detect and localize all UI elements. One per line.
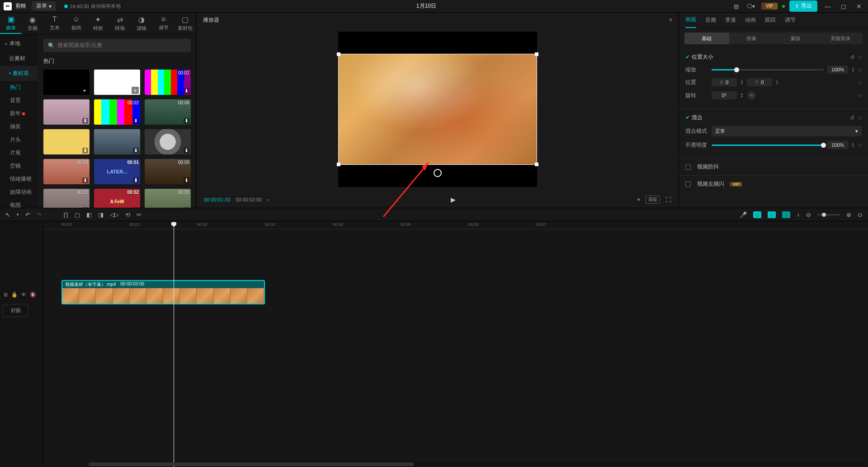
subtab-mask[interactable]: 蒙版 — [774, 33, 818, 44]
undo-icon[interactable]: ↶ — [25, 211, 30, 218]
scale-slider[interactable] — [712, 69, 824, 70]
thumb-item[interactable]: LATER...00:01⬇ — [94, 159, 140, 184]
snapshot-icon[interactable]: ⌖ — [637, 196, 640, 203]
props-tab-speed[interactable]: 变速 — [725, 13, 736, 28]
video-clip[interactable]: 视频素材（有字幕）.mp4 00:00:03:00 — [61, 280, 265, 304]
play-button[interactable]: ▶ — [451, 196, 456, 203]
track-toggle-2[interactable]: ⊡ — [768, 211, 776, 218]
opacity-spinner[interactable]: ▲▼ — [852, 143, 854, 148]
props-tab-track[interactable]: 跟踪 — [765, 13, 776, 28]
sidebar-local[interactable]: 本地 — [0, 36, 38, 51]
download-icon[interactable]: ⬇ — [133, 207, 139, 208]
fullscreen-icon[interactable]: ⛶ — [665, 196, 671, 203]
download-icon[interactable]: ⬇ — [82, 207, 88, 208]
resize-handle-tr[interactable] — [535, 52, 538, 56]
sidebar-emotion[interactable]: 情绪爆梗 — [0, 173, 38, 186]
track-visible-icon[interactable]: 👁 — [21, 292, 26, 298]
download-icon[interactable]: ⬇ — [184, 177, 189, 183]
thumb-item[interactable]: 00:05⬇ — [145, 189, 191, 208]
add-icon[interactable]: + — [81, 87, 88, 94]
crop-right-icon[interactable]: ◨ — [98, 211, 104, 218]
tab-audio[interactable]: ◉音频 — [22, 13, 43, 34]
download-icon[interactable]: ⬇ — [133, 148, 139, 154]
split-icon[interactable]: ∏ — [63, 211, 68, 218]
thumb-item[interactable]: ⬇ — [43, 99, 90, 125]
thumb-item[interactable]: ⬇ — [94, 129, 140, 154]
download-icon[interactable]: ⬇ — [133, 118, 139, 124]
tab-filter[interactable]: ◑滤镜 — [131, 13, 152, 34]
keyframe-icon[interactable]: ◇ — [858, 67, 862, 73]
check-icon[interactable]: ✔ — [685, 54, 690, 60]
sidebar-newyear[interactable]: 新年 — [0, 107, 38, 120]
select-tool-icon[interactable]: ↖ — [5, 211, 10, 218]
vip-badge[interactable]: VIP — [761, 3, 778, 9]
props-tab-anim[interactable]: 动画 — [745, 13, 756, 28]
ratio-button[interactable]: 适应 — [646, 196, 660, 204]
resize-handle-bl[interactable] — [337, 163, 340, 166]
scrollbar-thumb[interactable] — [89, 462, 414, 466]
mic-icon[interactable]: 🎤 — [740, 211, 747, 218]
thumb-item[interactable]: A FeW00:02⬇ — [94, 189, 140, 208]
opacity-slider[interactable] — [712, 145, 824, 146]
sidebar-glitch[interactable]: 故障动画 — [0, 186, 38, 199]
player-menu-icon[interactable]: ≡ — [669, 17, 672, 23]
player-stage[interactable] — [338, 32, 537, 187]
subtab-basic[interactable]: 基础 — [684, 33, 729, 44]
sidebar-background[interactable]: 背景 — [0, 94, 38, 107]
sidebar-intro[interactable]: 片头 — [0, 133, 38, 146]
rotate-handle[interactable] — [434, 169, 442, 177]
download-icon[interactable]: ⬇ — [184, 207, 189, 208]
sidebar-funny[interactable]: 搞笑 — [0, 120, 38, 133]
thumb-item[interactable]: ⬇ — [43, 129, 90, 154]
zoom-fit-icon[interactable]: ⊙ — [858, 211, 863, 218]
scale-value[interactable]: 100% — [827, 65, 848, 74]
stabilize-checkbox[interactable] — [685, 164, 691, 170]
pos-x-spinner[interactable]: ▲▼ — [741, 80, 743, 85]
blend-mode-select[interactable]: 正常 ▾ — [712, 126, 862, 136]
thumb-item[interactable]: 00:05⬇ — [145, 159, 191, 184]
timeline-body[interactable]: 00:00 00:01 00:02 00:03 00:04 00:05 00:0… — [43, 221, 868, 467]
timeline-ruler[interactable]: 00:00 00:01 00:02 00:03 00:04 00:05 00:0… — [43, 221, 868, 229]
delete-icon[interactable]: ▢ — [75, 211, 80, 218]
sidebar-library[interactable]: • 素材库 — [0, 66, 38, 81]
download-icon[interactable]: ⬇ — [82, 118, 88, 124]
props-tab-picture[interactable]: 画面 — [685, 12, 696, 28]
thumb-item[interactable]: + — [94, 70, 140, 95]
video-frame[interactable] — [338, 54, 537, 165]
thumb-item[interactable]: 00:02⬇ — [94, 99, 140, 125]
resize-handle-br[interactable] — [535, 163, 538, 166]
thumb-item[interactable]: + — [43, 70, 90, 95]
tab-sticker[interactable]: ☺贴纸 — [66, 13, 87, 34]
crop-left-icon[interactable]: ◧ — [86, 211, 92, 218]
menu-button[interactable]: 菜单 ▾ — [32, 1, 56, 11]
download-icon[interactable]: ⬇ — [184, 118, 189, 124]
mirror-icon[interactable]: ◁▷ — [110, 211, 119, 218]
download-icon[interactable]: ⬇ — [133, 177, 139, 183]
track-lock-icon[interactable]: 🔒 — [11, 292, 18, 298]
zoom-out-icon[interactable]: ⊖ — [806, 211, 811, 218]
reset-icon[interactable]: ↺ — [850, 115, 854, 121]
minimize-button[interactable]: — — [822, 3, 834, 10]
tab-text[interactable]: T文本 — [43, 13, 65, 34]
thumb-item[interactable]: 00:03⬇ — [43, 189, 90, 208]
pos-y-spinner[interactable]: ▲▼ — [776, 80, 778, 85]
playhead[interactable] — [174, 221, 174, 467]
align-icon[interactable]: ⫞ — [797, 211, 800, 218]
zoom-slider[interactable] — [817, 214, 840, 215]
track-settings-icon[interactable]: ⊞ — [4, 292, 8, 298]
download-icon[interactable]: ⬇ — [184, 88, 189, 94]
thumb-item[interactable]: 00:03⬇ — [43, 159, 90, 184]
tab-transition[interactable]: ⇄转场 — [109, 13, 131, 34]
deflicker-checkbox[interactable] — [685, 182, 691, 187]
thumb-item[interactable]: ⬇ — [145, 129, 191, 154]
tab-effects[interactable]: ✦特效 — [87, 13, 109, 34]
rotation-input[interactable]: 0° — [712, 91, 737, 99]
crop-icon[interactable]: ✂ — [137, 211, 142, 218]
download-icon[interactable]: ⬇ — [184, 148, 189, 154]
rotation-spinner[interactable]: ▲▼ — [741, 93, 743, 98]
check-icon[interactable]: ✔ — [685, 114, 690, 121]
sidebar-atmosphere[interactable]: 氛围 — [0, 199, 38, 208]
preview-quality-icon[interactable]: ▫ — [267, 196, 269, 203]
export-button[interactable]: ⇧ 导出 — [789, 0, 817, 12]
download-icon[interactable]: ⬇ — [82, 148, 88, 154]
